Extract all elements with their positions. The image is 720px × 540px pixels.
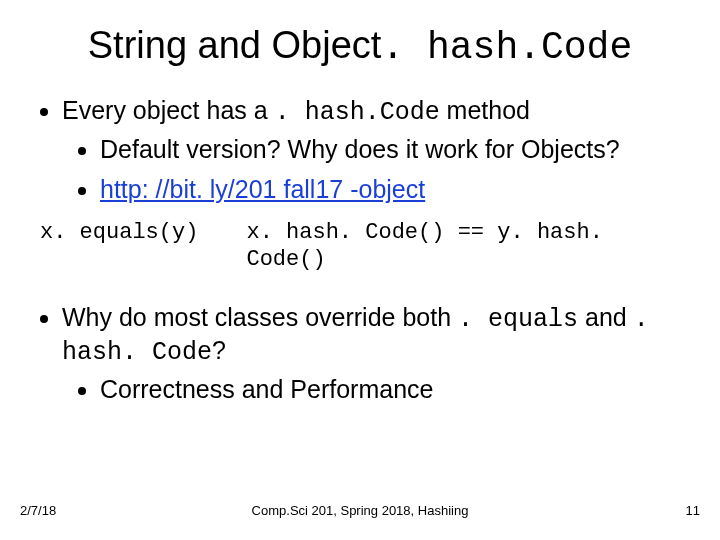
bullet-2-pre: Why do most classes override both [62,303,458,331]
slide: String and Object. hash.Code Every objec… [0,0,720,540]
bullet-1b: http: //bit. ly/201 fall17 -object [100,174,692,205]
equals-implies-line: x. equals(y) x. hash. Code() == y. hash.… [40,219,692,274]
footer-page-number: 11 [686,503,700,518]
bullet-2-code1: . equals [458,305,578,334]
equals-left: x. equals(y) [40,219,198,274]
bullet-1-code: . hash.Code [275,98,440,127]
bullet-2-mid: and [578,303,634,331]
bullet-1: Every object has a . hash.Code method De… [62,95,692,205]
bullet-list: Every object has a . hash.Code method De… [40,95,692,205]
bullet-2a: Correctness and Performance [100,374,692,405]
bullet-2-sub: Correctness and Performance [62,374,692,405]
bullet-2: Why do most classes override both . equa… [62,302,692,406]
slide-title: String and Object. hash.Code [0,0,720,87]
bullet-1-pre: Every object has a [62,96,275,124]
bullet-list-2: Why do most classes override both . equa… [40,302,692,406]
bullet-1-sub: Default version? Why does it work for Ob… [62,134,692,205]
slide-body: Every object has a . hash.Code method De… [0,95,720,406]
bullet-2-post: ? [212,336,226,364]
bitly-link[interactable]: http: //bit. ly/201 fall17 -object [100,175,425,203]
equals-right: x. hash. Code() == y. hash. Code() [246,219,692,274]
footer-center: Comp.Sci 201, Spring 2018, Hashiing [0,503,720,518]
bullet-1a: Default version? Why does it work for Ob… [100,134,692,165]
title-text: String and Object [88,24,382,66]
title-code: . hash.Code [381,26,632,69]
bullet-1-post: method [440,96,530,124]
